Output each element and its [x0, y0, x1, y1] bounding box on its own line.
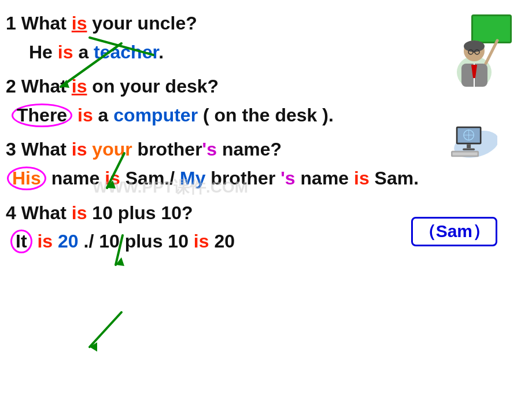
a3-name: name — [51, 168, 105, 189]
q1-rest: your uncle? — [87, 13, 197, 34]
q2-is: is — [72, 76, 87, 97]
a1-is: is — [58, 42, 73, 62]
q3-name: name? — [217, 139, 282, 160]
it-oval: It — [10, 230, 32, 253]
q3-your: your — [92, 139, 132, 160]
svg-marker-30 — [90, 342, 97, 352]
a4-is1: is — [37, 231, 53, 252]
q4-is: is — [72, 202, 87, 223]
a1-period: . — [158, 42, 164, 62]
sam-label: （Sam） — [419, 221, 490, 241]
q1-num: 1 What — [6, 13, 72, 34]
a2-is: is — [77, 105, 93, 125]
a2-computer: computer — [113, 105, 198, 125]
a3-his: His — [12, 168, 41, 189]
q3-brother: brother — [132, 139, 202, 160]
a4-20: 20 — [58, 231, 79, 252]
svg-rect-19 — [463, 148, 475, 150]
svg-rect-21 — [453, 152, 478, 155]
a3-my: My — [180, 168, 205, 189]
a2-a: a — [98, 105, 114, 125]
sam-annotation: （Sam） — [411, 217, 497, 246]
a3-sam2: Sam. — [375, 168, 419, 189]
q2-rest: on your desk? — [87, 76, 219, 97]
a3-name2: name — [301, 168, 354, 189]
teacher-illustration — [439, 12, 515, 87]
a1-teacher: teacher — [94, 42, 158, 62]
svg-rect-1 — [473, 16, 510, 42]
a3-is2: is — [354, 168, 370, 189]
his-oval: His — [7, 167, 46, 190]
question-3: 3 What is your brother's name? — [6, 138, 520, 162]
q3-is: is — [72, 139, 93, 160]
a2-rest: ( on the desk ). — [203, 105, 334, 125]
there-oval: There — [12, 104, 72, 127]
a4-it: It — [16, 231, 27, 252]
a2-there: There — [17, 105, 67, 125]
a3-is1: is — [105, 168, 120, 189]
a3-sam1: Sam./ — [125, 168, 180, 189]
answer-2: There is a computer ( on the desk ). — [6, 104, 520, 128]
q1-is: is — [72, 13, 87, 34]
q3-apos-s: 's — [202, 139, 217, 160]
svg-line-29 — [90, 312, 121, 347]
a3-brother: brother — [210, 168, 275, 189]
a4-is2: is — [194, 231, 209, 252]
a3-apos-s2: 's — [280, 168, 295, 189]
q4-rest: 10 plus 10? — [87, 202, 193, 223]
a4-slash: ./ 10 plus 10 — [84, 231, 194, 252]
a4-20b: 20 — [214, 231, 235, 252]
svg-point-4 — [464, 40, 485, 52]
section-3: 3 What is your brother's name? His name … — [6, 138, 520, 190]
svg-line-8 — [486, 40, 497, 64]
computer-illustration — [445, 121, 497, 162]
answer-3: His name is Sam./ My brother 's name is … — [6, 167, 520, 191]
q3-num: 3 What — [6, 139, 72, 160]
a1-he: He — [29, 42, 58, 62]
q4-num: 4 What — [6, 202, 72, 223]
svg-rect-18 — [467, 144, 471, 148]
q2-num: 2 What — [6, 76, 72, 97]
a1-a: a — [73, 42, 94, 62]
